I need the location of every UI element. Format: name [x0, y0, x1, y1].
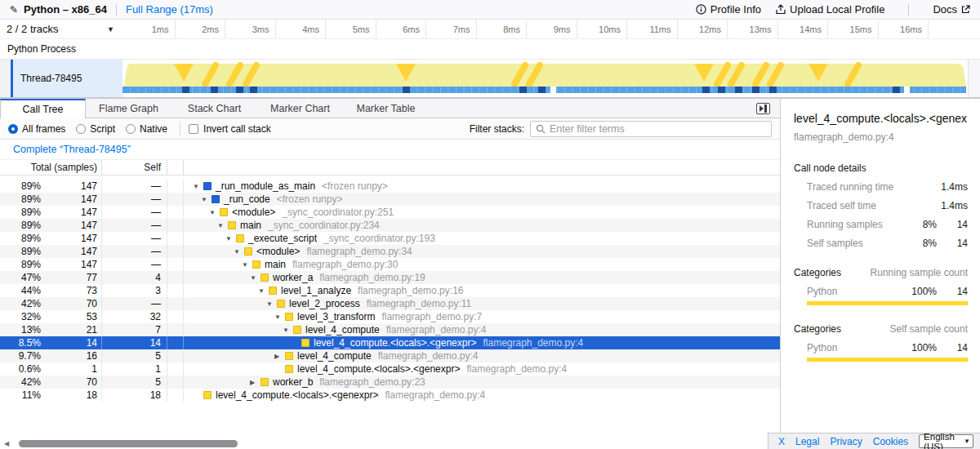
row-total-samples: 147: [42, 193, 102, 206]
category-color-square: [277, 300, 285, 308]
row-self: —: [102, 219, 167, 232]
column-self[interactable]: Self: [102, 160, 167, 175]
function-name: level_1_analyze: [281, 285, 351, 296]
table-row[interactable]: 9.7%165▶level_4_computeflamegraph_demo.p…: [0, 349, 780, 362]
footer-link-privacy[interactable]: Privacy: [830, 436, 862, 447]
invert-call-stack-toggle[interactable]: Invert call stack: [189, 123, 271, 135]
tab-stack-chart[interactable]: Stack Chart: [172, 99, 257, 118]
footer-link-cookies[interactable]: Cookies: [873, 436, 908, 447]
upload-icon: [776, 4, 786, 15]
table-row[interactable]: 47%774▼worker_aflamegraph_demo.py:19: [0, 271, 780, 284]
function-name: worker_b: [273, 376, 313, 388]
scroll-left-arrow-icon[interactable]: ◀: [0, 440, 13, 447]
thread-track-label[interactable]: Thread-78495: [13, 60, 122, 97]
footer-link-legal[interactable]: Legal: [795, 436, 819, 447]
collapse-icon[interactable]: ▼: [201, 196, 212, 203]
profile-info-button[interactable]: Profile Info: [696, 3, 761, 16]
collapse-icon[interactable]: ▼: [217, 222, 228, 229]
tab-call-tree[interactable]: Call Tree: [0, 99, 86, 118]
row-self: 3: [102, 284, 167, 297]
ruler-tick: 3ms: [225, 20, 276, 38]
sidebar-detail-row: Running samples8%14: [794, 219, 968, 230]
table-row[interactable]: 89%147—▼<module>flamegraph_demo.py:34: [0, 245, 780, 258]
collapse-icon[interactable]: ▼: [209, 209, 220, 216]
frames-radio-script[interactable]: Script: [76, 123, 115, 135]
docs-link[interactable]: Docs: [933, 3, 970, 16]
table-row[interactable]: 89%147—▼main_sync_coordinator.py:234: [0, 219, 780, 232]
footer-close-button[interactable]: X: [778, 436, 785, 447]
function-source: flamegraph_demo.py:23: [319, 376, 425, 388]
row-total-percent: 8.5%: [0, 337, 42, 349]
panel-tabbar: Call TreeFlame GraphStack ChartMarker Ch…: [0, 99, 780, 118]
category-color-square: [269, 287, 277, 295]
row-total-samples: 18: [42, 389, 102, 402]
scrollbar-thumb[interactable]: [19, 440, 238, 447]
upload-local-profile-button[interactable]: Upload Local Profile: [776, 3, 884, 16]
collapse-icon[interactable]: ▼: [274, 313, 285, 321]
filter-stacks-box[interactable]: [530, 121, 772, 137]
column-total[interactable]: Total (samples): [0, 160, 102, 175]
row-total-percent: 44%: [0, 285, 42, 296]
categories-count-label: Running sample count: [871, 267, 968, 278]
tracks-dropdown[interactable]: 2 / 2 tracks ▼: [0, 20, 122, 38]
function-name: level_2_process: [289, 298, 360, 309]
expand-icon[interactable]: ▶: [250, 379, 261, 386]
collapse-icon[interactable]: ▼: [193, 183, 203, 190]
tab-marker-chart[interactable]: Marker Chart: [257, 99, 343, 118]
table-row[interactable]: 89%147—▼_run_module_as_main<frozen runpy…: [0, 180, 780, 193]
row-function-cell: level_4_compute.<locals>.<genexpr>flameg…: [184, 337, 780, 349]
table-row[interactable]: 42%705▶worker_bflamegraph_demo.py:23: [0, 376, 780, 389]
row-total-percent: 89%: [0, 193, 42, 205]
track-python-process[interactable]: Python Process: [0, 39, 980, 60]
row-total-percent: 13%: [0, 324, 42, 336]
collapse-icon[interactable]: ▼: [258, 287, 269, 295]
track-gutter: [0, 60, 11, 97]
row-function-cell: level_4_compute.<locals>.<genexpr>flameg…: [184, 389, 780, 401]
table-row[interactable]: 89%147—▼<module>_sync_coordinator.py:251: [0, 206, 780, 219]
category-label: Python: [794, 342, 904, 353]
expand-icon[interactable]: ▶: [274, 353, 285, 360]
track-thread[interactable]: Thread-78495: [0, 60, 980, 97]
sidebar-toggle-button[interactable]: [756, 103, 770, 114]
collapse-icon[interactable]: ▼: [234, 248, 244, 256]
table-row[interactable]: 89%147—▼_execute_script_sync_coordinator…: [0, 232, 780, 245]
function-name: level_4_compute: [297, 350, 372, 362]
edit-profile-name-icon[interactable]: ✎: [10, 4, 18, 16]
tab-flame-graph[interactable]: Flame Graph: [86, 99, 172, 118]
horizontal-scrollbar[interactable]: ◀: [0, 438, 768, 449]
category-color-square: [203, 391, 212, 399]
row-category-cell: [167, 310, 184, 323]
table-row[interactable]: 89%147—▼mainflamegraph_demo.py:30: [0, 258, 780, 271]
collapse-icon[interactable]: ▼: [250, 274, 261, 282]
frames-radio-all-frames[interactable]: All frames: [8, 123, 65, 135]
table-row[interactable]: 44%733▼level_1_analyzeflamegraph_demo.py…: [0, 284, 780, 297]
thread-activity-graph[interactable]: [122, 60, 968, 97]
checkbox-icon[interactable]: [189, 124, 198, 134]
row-self: 32: [102, 310, 167, 323]
radio-icon[interactable]: [76, 124, 86, 134]
table-row[interactable]: 11%1818level_4_compute.<locals>.<genexpr…: [0, 389, 780, 402]
radio-icon[interactable]: [126, 124, 136, 134]
tab-marker-table[interactable]: Marker Table: [343, 99, 429, 118]
filter-stacks-input[interactable]: [550, 123, 766, 135]
radio-icon[interactable]: [8, 124, 18, 134]
row-self: —: [102, 180, 167, 193]
language-select[interactable]: English (US) ▼: [919, 434, 973, 448]
full-range-button[interactable]: Full Range (17ms): [126, 3, 213, 16]
row-category-cell: [167, 323, 184, 336]
collapse-icon[interactable]: ▼: [242, 261, 252, 269]
frames-radio-native[interactable]: Native: [126, 123, 167, 135]
collapse-icon[interactable]: ▼: [266, 300, 277, 308]
function-name: level_3_transform: [297, 311, 375, 322]
table-row[interactable]: 8.5%1414level_4_compute.<locals>.<genexp…: [0, 336, 780, 349]
table-row[interactable]: 42%70—▼level_2_processflamegraph_demo.py…: [0, 297, 780, 310]
breadcrumb-root-link[interactable]: Complete “Thread-78495”: [13, 144, 131, 155]
category-color-square: [252, 260, 261, 269]
collapse-icon[interactable]: ▼: [225, 235, 236, 242]
table-row[interactable]: 89%147—▼_run_code<frozen runpy>: [0, 193, 780, 206]
table-row[interactable]: 0.6%11level_4_compute.<locals>.<genexpr>…: [0, 362, 780, 376]
collapse-icon[interactable]: ▼: [283, 327, 293, 334]
table-row[interactable]: 32%5332▼level_3_transformflamegraph_demo…: [0, 310, 780, 323]
function-source: <frozen runpy>: [322, 180, 388, 192]
table-row[interactable]: 13%217▼level_4_computeflamegraph_demo.py…: [0, 323, 780, 336]
